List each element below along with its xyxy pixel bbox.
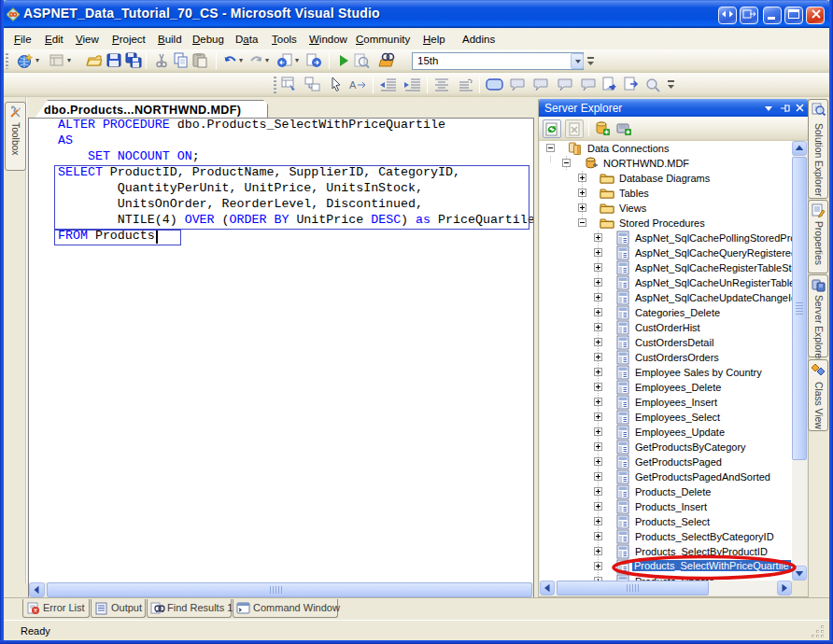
svg-text:A: A (349, 79, 357, 91)
